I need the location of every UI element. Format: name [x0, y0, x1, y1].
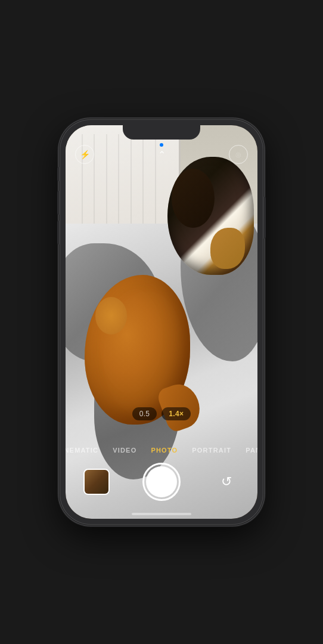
- rotate-icon: ↺: [221, 474, 232, 490]
- flash-icon: ⚡: [80, 150, 90, 159]
- silent-switch[interactable]: [57, 167, 60, 181]
- phone-frame: ⚡ ⌃ ◎ 0.5 1.4× CINEMATIC VIDEO: [60, 119, 263, 525]
- volume-down-button[interactable]: [57, 221, 60, 244]
- power-button[interactable]: [263, 197, 266, 239]
- camera-viewfinder: [66, 125, 257, 519]
- zoom-05-button[interactable]: 0.5: [132, 407, 157, 420]
- notch: [123, 125, 200, 140]
- mode-video[interactable]: VIDEO: [105, 444, 144, 456]
- camera-controls: ↺: [66, 463, 257, 501]
- chevron-up-button[interactable]: ⌃: [158, 149, 166, 160]
- mode-cinematic[interactable]: CINEMATIC: [66, 444, 105, 456]
- zoom-controls: 0.5 1.4×: [66, 407, 257, 420]
- mode-pano[interactable]: PANO: [238, 444, 257, 456]
- volume-up-button[interactable]: [57, 191, 60, 215]
- photo-scene: [66, 125, 257, 519]
- mode-photo[interactable]: PHOTO: [144, 444, 185, 456]
- cat-calico: [167, 157, 254, 275]
- live-dot: [160, 143, 163, 147]
- shutter-button[interactable]: [142, 463, 181, 501]
- shutter-inner: [146, 466, 177, 497]
- phone-screen: ⚡ ⌃ ◎ 0.5 1.4× CINEMATIC VIDEO: [66, 125, 257, 519]
- mode-portrait[interactable]: PORTRAIT: [185, 444, 238, 456]
- camera-mode-selector: CINEMATIC VIDEO PHOTO PORTRAIT PANO: [66, 444, 257, 456]
- chevron-up-icon: ⌃: [158, 150, 166, 160]
- zoom-14-button[interactable]: 1.4×: [162, 407, 191, 420]
- home-indicator[interactable]: [132, 513, 191, 515]
- flip-camera-button[interactable]: ↺: [213, 469, 240, 495]
- flash-button[interactable]: ⚡: [75, 145, 94, 164]
- live-photo-button[interactable]: ◎: [229, 145, 248, 164]
- live-photo-icon: ◎: [235, 151, 241, 159]
- photo-thumbnail[interactable]: [83, 469, 110, 495]
- thumbnail-image: [85, 470, 108, 494]
